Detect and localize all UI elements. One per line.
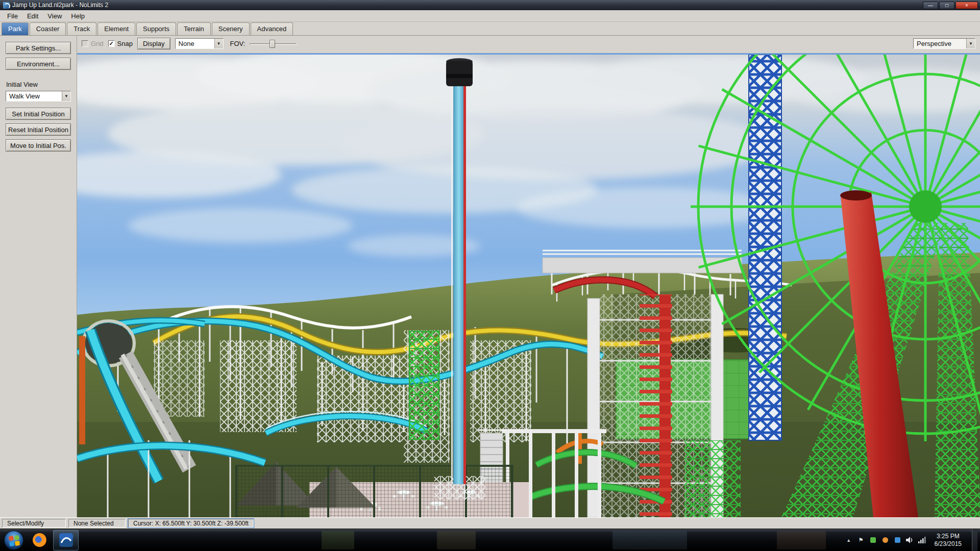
snap-checkbox[interactable]: ✓ Snap xyxy=(108,40,133,47)
fov-label: FOV: xyxy=(230,40,246,47)
taskbar-reflection xyxy=(437,531,476,549)
show-desktop-button[interactable] xyxy=(972,529,977,551)
start-button[interactable] xyxy=(4,531,23,550)
menu-bar: File Edit View Help xyxy=(0,10,980,22)
chevron-down-icon[interactable]: ▼ xyxy=(62,91,70,101)
window-title: Jamp Up Land.nl2park - NoLimits 2 xyxy=(12,2,108,9)
snap-checkbox-box[interactable]: ✓ xyxy=(108,40,115,47)
window-controls: — □ × xyxy=(923,2,978,9)
viewport-3d[interactable] xyxy=(77,55,980,517)
display-mode-dropdown[interactable]: None ▼ xyxy=(175,38,224,49)
tab-coaster[interactable]: Coaster xyxy=(30,22,66,35)
minimize-button[interactable]: — xyxy=(923,2,938,9)
initial-view-value: Walk View xyxy=(6,91,62,101)
projection-dropdown[interactable]: Perspective ▼ xyxy=(913,38,975,49)
environment-button[interactable]: Environment... xyxy=(6,58,71,70)
firefox-icon xyxy=(33,533,46,547)
window-body: Park Settings... Environment... Initial … xyxy=(0,36,980,517)
taskbar-reflection xyxy=(322,531,354,549)
park-scene xyxy=(77,55,980,517)
editor-main: Grid ✓ Snap Display None ▼ FOV: Perspect xyxy=(77,36,980,517)
taskbar-firefox-button[interactable] xyxy=(27,530,52,550)
tab-supports[interactable]: Supports xyxy=(136,22,176,35)
volume-icon[interactable] xyxy=(906,536,914,544)
tab-terrain[interactable]: Terrain xyxy=(177,22,211,35)
status-cursor-coordinates: Cursor: X: 65.500ft Y: 30.500ft Z: -39.5… xyxy=(128,519,254,528)
updates-tray-icon[interactable] xyxy=(883,537,888,543)
menu-help[interactable]: Help xyxy=(67,11,89,21)
tab-advanced[interactable]: Advanced xyxy=(251,22,293,35)
action-center-flag-icon[interactable]: ⚑ xyxy=(857,536,865,544)
display-button[interactable]: Display xyxy=(137,38,170,49)
display-mode-value: None xyxy=(176,39,214,48)
park-settings-button[interactable]: Park Settings... xyxy=(6,42,71,54)
close-button[interactable]: × xyxy=(955,2,978,9)
system-tray: ▲ ⚑ 3:25 PM 6/23/2015 xyxy=(845,529,978,551)
tab-scenery[interactable]: Scenery xyxy=(212,22,250,35)
menu-file[interactable]: File xyxy=(3,11,22,21)
windows-taskbar: ▲ ⚑ 3:25 PM 6/23/2015 xyxy=(0,529,980,551)
snap-checkbox-label: Snap xyxy=(117,40,133,47)
taskbar-reflection xyxy=(612,531,687,549)
tab-track[interactable]: Track xyxy=(67,22,96,35)
menu-edit[interactable]: Edit xyxy=(23,11,42,21)
fov-slider[interactable] xyxy=(250,39,297,48)
initial-view-label: Initial View xyxy=(6,81,71,88)
green-lattice-tower xyxy=(409,331,439,439)
move-to-initial-pos-button[interactable]: Move to Initial Pos. xyxy=(6,139,71,152)
nolimits-icon xyxy=(59,533,73,547)
reset-initial-position-button[interactable]: Reset Initial Position xyxy=(6,123,71,136)
window-titlebar[interactable]: Jamp Up Land.nl2park - NoLimits 2 — □ × xyxy=(0,0,980,10)
status-bar: Select/Modify None Selected Cursor: X: 6… xyxy=(0,517,980,529)
grid-checkbox-label: Grid xyxy=(91,40,104,47)
taskbar-clock[interactable]: 3:25 PM 6/23/2015 xyxy=(930,533,966,548)
tab-park[interactable]: Park xyxy=(2,22,29,35)
taskbar-nolimits-button[interactable] xyxy=(53,530,79,550)
chevron-down-icon[interactable]: ▼ xyxy=(966,39,975,48)
left-panel: Park Settings... Environment... Initial … xyxy=(0,36,77,517)
status-selection: None Selected xyxy=(68,519,126,528)
chevron-down-icon[interactable]: ▼ xyxy=(214,39,223,48)
tab-bar: Park Coaster Track Element Supports Terr… xyxy=(0,22,980,36)
viewport-toolbar: Grid ✓ Snap Display None ▼ FOV: Perspect xyxy=(77,36,980,55)
initial-view-dropdown[interactable]: Walk View ▼ xyxy=(6,91,71,102)
menu-view[interactable]: View xyxy=(43,11,66,21)
hidden-icons-arrow[interactable]: ▲ xyxy=(845,536,853,544)
clock-time: 3:25 PM xyxy=(935,533,962,540)
network-icon[interactable] xyxy=(918,536,926,544)
nolimits2-window: Jamp Up Land.nl2park - NoLimits 2 — □ × … xyxy=(0,0,980,551)
windows-logo-icon xyxy=(9,535,20,546)
projection-value: Perspective xyxy=(914,39,966,48)
fov-slider-thumb[interactable] xyxy=(270,40,275,48)
app-icon xyxy=(3,2,10,9)
grid-checkbox-box[interactable] xyxy=(82,40,88,47)
bluetooth-tray-icon[interactable] xyxy=(895,537,900,543)
set-initial-position-button[interactable]: Set Initial Position xyxy=(6,108,71,120)
grid-checkbox[interactable]: Grid xyxy=(82,40,104,47)
tab-element[interactable]: Element xyxy=(97,22,135,35)
status-mode: Select/Modify xyxy=(2,519,66,528)
clock-date: 6/23/2015 xyxy=(935,540,962,548)
antivirus-tray-icon[interactable] xyxy=(870,537,876,543)
taskbar-reflection xyxy=(777,531,826,549)
maximize-button[interactable]: □ xyxy=(939,2,954,9)
